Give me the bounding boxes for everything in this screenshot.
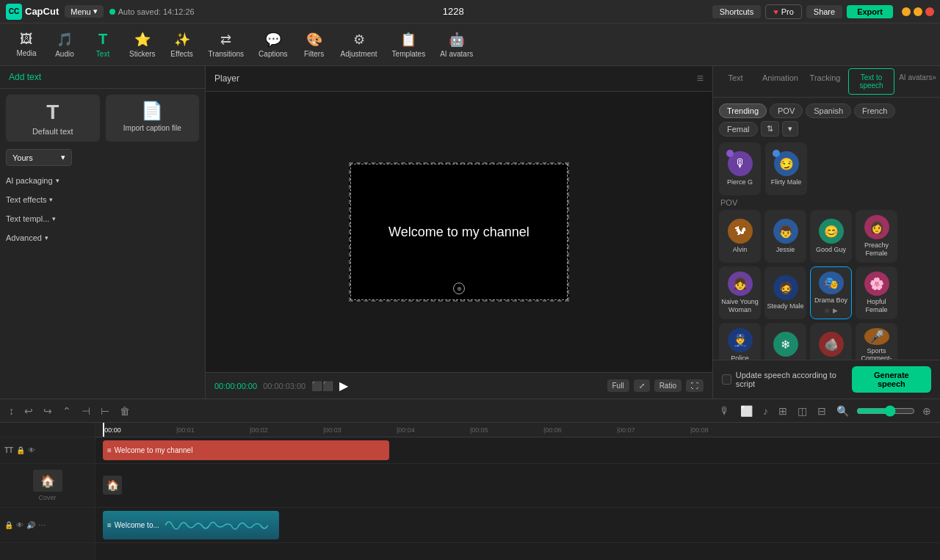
tl-zoom-out[interactable]: 🔍 xyxy=(834,404,852,418)
voice-card-sports-commentator[interactable]: 🎤 Sports Comment-ator xyxy=(856,323,897,360)
filter-more-button[interactable]: ▾ xyxy=(782,121,798,137)
voice-name-naive-young-woman: Naive Young Woman xyxy=(721,298,759,314)
text-effects-section[interactable]: Text effects▾ xyxy=(6,192,199,207)
voice-card-alvin[interactable]: 🐿 Alvin xyxy=(719,210,761,263)
voice-avatar-flirty-male: 😏 xyxy=(774,151,799,176)
default-text-preset[interactable]: T Default text xyxy=(6,95,100,142)
advanced-section[interactable]: Advanced▾ xyxy=(6,230,199,245)
tab-animation[interactable]: Animation xyxy=(758,66,803,97)
cover-thumbnail: 🏠 xyxy=(33,470,62,492)
audio-track-volume-icon[interactable]: 🔊 xyxy=(26,521,35,529)
voice-card-good-guy[interactable]: 😊 Good Guy xyxy=(810,210,852,263)
tab-tracking[interactable]: Tracking xyxy=(803,66,847,97)
drama-boy-star[interactable]: ☆ xyxy=(824,307,830,314)
text-templates-section[interactable]: Text templ...▾ xyxy=(6,211,199,226)
tab-text[interactable]: Text xyxy=(713,66,758,97)
drama-boy-play[interactable]: ▶ xyxy=(833,307,838,314)
audio-track-eye-icon[interactable]: 👁 xyxy=(16,521,24,529)
share-button[interactable]: Share xyxy=(806,5,842,18)
voice-card-flurry[interactable]: ❄ Flurry xyxy=(764,323,806,360)
tl-zoom-in[interactable]: ⊕ xyxy=(919,404,934,418)
tl-music-btn[interactable]: ♪ xyxy=(760,404,771,418)
text-track-clip[interactable]: ≡ Welcome to my channel xyxy=(103,440,389,460)
timeline-split[interactable]: ⌃ xyxy=(59,404,74,418)
tool-stickers[interactable]: ⭐ Stickers xyxy=(123,29,162,61)
tool-media[interactable]: 🖼 Media xyxy=(9,29,44,60)
tool-templates[interactable]: 📋 Templates xyxy=(386,29,432,61)
timeline-delete[interactable]: 🗑 xyxy=(117,404,133,418)
tl-effects-btn[interactable]: ⊞ xyxy=(776,404,790,418)
minimize-button[interactable] xyxy=(902,7,911,16)
fullscreen-button[interactable]: ⛶ xyxy=(686,379,704,392)
tool-ai-avatars[interactable]: 🤖 AI avatars xyxy=(434,29,479,61)
voice-card-hopful-female[interactable]: 🌸 Hopful Female xyxy=(856,266,897,319)
cover-clip[interactable]: 🏠 xyxy=(103,476,122,495)
filter-sort-button[interactable]: ⇅ xyxy=(761,121,779,137)
full-button[interactable]: Full xyxy=(607,379,629,392)
voice-card-steady-male[interactable]: 🧔 Steady Male xyxy=(764,266,806,319)
generate-speech-button[interactable]: Generate speech xyxy=(852,366,931,393)
player-menu-icon[interactable]: ≡ xyxy=(697,72,704,85)
audio-track-clip[interactable]: ≡ Welcome to... xyxy=(103,511,279,539)
main-toolbar: 🖼 Media 🎵 Audio T Text ⭐ Stickers ✨ Effe… xyxy=(0,23,940,66)
audio-track-more-icon[interactable]: ⋯ xyxy=(38,521,46,529)
timeline-redo[interactable]: ↪ xyxy=(40,404,55,418)
voice-card-jessie[interactable]: 👦 Jessie xyxy=(764,210,806,263)
track-content-area[interactable]: |00:00 |00:01 |00:02 |00:03 |00:04 |00:0… xyxy=(95,423,940,560)
tl-mic-btn[interactable]: 🎙 xyxy=(717,404,733,418)
tool-filters[interactable]: 🎨 Filters xyxy=(297,29,332,61)
update-speech-checkbox[interactable] xyxy=(722,374,731,385)
video-text: Welcome to my channel xyxy=(388,225,529,240)
voice-card-preachy-female[interactable]: 👩 Preachy Female xyxy=(856,210,897,263)
tl-transitions-btn[interactable]: ◫ xyxy=(795,404,810,418)
transform-handle[interactable]: ⊕ xyxy=(453,283,465,294)
tl-stickers-btn[interactable]: ⊟ xyxy=(814,404,829,418)
maximize-button[interactable] xyxy=(914,7,922,16)
timeline-trim-right[interactable]: ⊢ xyxy=(98,404,112,418)
yours-dropdown[interactable]: Yours▾ xyxy=(6,149,72,166)
auto-save-indicator: Auto saved: 14:12:26 xyxy=(109,7,195,16)
tl-captions-btn[interactable]: ⬜ xyxy=(737,404,756,418)
filter-spanish[interactable]: Spanish xyxy=(806,103,851,118)
voice-card-police-officer-ii[interactable]: 👮 Police Officer II xyxy=(719,323,761,360)
filter-female[interactable]: Femal xyxy=(719,122,758,137)
tool-adjustment[interactable]: ⚙ Adjustment xyxy=(335,29,383,61)
shortcuts-button[interactable]: Shortcuts xyxy=(712,5,761,18)
play-button[interactable]: ▶ xyxy=(339,379,348,393)
voice-card-grim-rock[interactable]: 🪨 Grim Rock xyxy=(810,323,852,360)
expand-button[interactable]: ⤢ xyxy=(634,379,650,392)
pro-button[interactable]: ♥ Pro xyxy=(765,4,802,19)
close-button[interactable] xyxy=(925,7,934,16)
ruler-tick-4: |00:04 xyxy=(397,426,415,434)
import-caption-preset[interactable]: 📄 Import caption file xyxy=(106,95,200,142)
voice-card-pierce-g[interactable]: 🎙 Pierce G xyxy=(719,142,761,195)
voice-name-pierce-g: Pierce G xyxy=(727,178,753,186)
timeline-trim-left[interactable]: ⊣ xyxy=(79,404,93,418)
ratio-button[interactable]: Ratio xyxy=(654,379,682,392)
export-button[interactable]: Export xyxy=(847,5,893,18)
tool-audio[interactable]: 🎵 Audio xyxy=(47,29,82,61)
playhead xyxy=(103,423,104,437)
voice-card-naive-young-woman[interactable]: 👧 Naive Young Woman xyxy=(719,266,761,319)
voice-card-drama-boy[interactable]: 🎭 Drama Boy ☆ ▶ xyxy=(810,266,852,319)
text-track-eye-icon[interactable]: 👁 xyxy=(28,446,35,454)
tool-text[interactable]: T Text xyxy=(85,28,120,61)
ai-packaging-section[interactable]: AI packaging▾ xyxy=(6,173,199,188)
timeline-cursor-tool[interactable]: ↕ xyxy=(6,404,17,418)
voice-card-flirty-male[interactable]: 😏 Flirty Male xyxy=(765,142,807,195)
tab-text-to-speech[interactable]: Text to speech xyxy=(848,68,894,95)
menu-button[interactable]: Menu ▾ xyxy=(65,5,104,18)
text-track-lock-icon[interactable]: 🔒 xyxy=(16,446,25,454)
audio-track-lock-icon[interactable]: 🔒 xyxy=(4,521,13,529)
filter-french[interactable]: French xyxy=(854,103,895,118)
tab-ai-avatars[interactable]: AI avatars» xyxy=(895,66,940,97)
tool-captions[interactable]: 💬 Captions xyxy=(253,29,293,61)
timeline-zoom-slider[interactable] xyxy=(856,405,915,417)
voice-avatar-jessie: 👦 xyxy=(773,219,798,244)
filter-pov[interactable]: POV xyxy=(770,103,803,118)
filter-trending[interactable]: Trending xyxy=(719,103,767,118)
tool-effects[interactable]: ✨ Effects xyxy=(164,29,200,61)
voice-avatar-sports-commentator: 🎤 xyxy=(864,328,889,345)
timeline-undo[interactable]: ↩ xyxy=(21,404,36,418)
tool-transitions[interactable]: ⇄ Transitions xyxy=(203,29,250,61)
